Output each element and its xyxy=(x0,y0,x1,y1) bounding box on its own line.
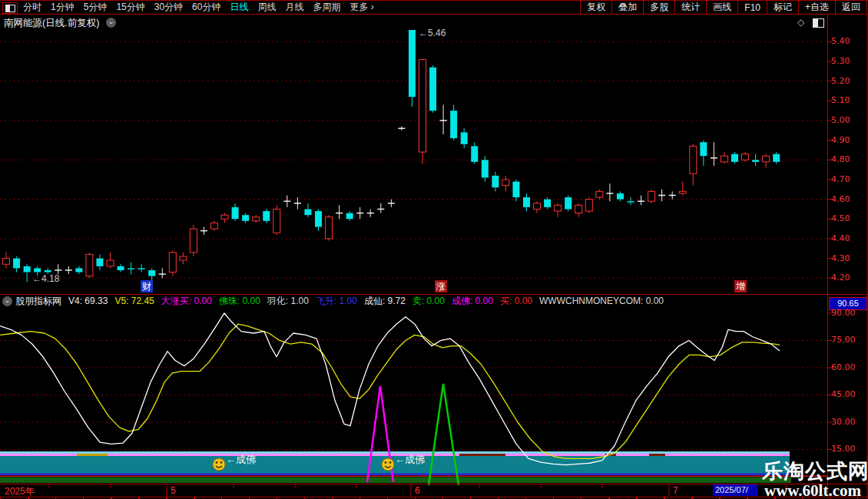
period-menu-item-5[interactable]: 60分钟 xyxy=(192,1,220,14)
candle-down-13 xyxy=(138,268,145,269)
candle-down-74 xyxy=(773,154,780,162)
layout-button[interactable] xyxy=(2,2,18,14)
period-menu-item-9[interactable]: 多周期 xyxy=(313,1,340,14)
candle-up-26 xyxy=(273,209,280,233)
candle-down-2 xyxy=(24,266,31,273)
buddha-smiley-icon xyxy=(382,458,394,471)
price-label-4.50: 4.50 xyxy=(831,213,863,223)
period-menu-item-6[interactable]: 日线 xyxy=(230,1,248,14)
candle-down-54 xyxy=(565,197,571,209)
indicator-value-1: V4: 69.33 xyxy=(68,296,108,306)
price-annotation-1: ←4.18 xyxy=(32,273,59,284)
indicator-value-5: 羽化: 1.00 xyxy=(267,295,309,307)
period-menu-item-8[interactable]: 月线 xyxy=(285,1,303,14)
stock-title[interactable]: 南网能源(日线.前复权) xyxy=(4,17,99,30)
price-label-5.20: 5.20 xyxy=(831,76,863,86)
diamond-icon[interactable]: ◇ xyxy=(797,17,804,28)
candle-down-43 xyxy=(450,111,457,138)
window-icon[interactable] xyxy=(813,18,824,28)
tool-menu-item-4[interactable]: 画线 xyxy=(706,1,737,14)
candle-down-44 xyxy=(461,132,468,144)
pink-line-segment-1 xyxy=(459,454,505,456)
period-menu-item-7[interactable]: 周线 xyxy=(257,1,276,14)
candle-up-48 xyxy=(502,180,509,186)
candle-up-40 xyxy=(419,59,426,152)
tool-menu-item-5[interactable]: F10 xyxy=(737,1,767,14)
period-menu-item-1[interactable]: 1分钟 xyxy=(51,1,75,14)
tool-menu: 复权叠加多股统计画线F10标记+自选返回 xyxy=(580,1,867,14)
tool-menu-item-2[interactable]: 多股 xyxy=(643,1,674,14)
indicator-label-30: 30.00 xyxy=(831,417,863,427)
chart-canvas[interactable] xyxy=(0,0,868,499)
date-box: 2025/07/ xyxy=(713,484,757,496)
indicator-value-11: WWWCHNMONEYCOM: 0.00 xyxy=(539,296,664,306)
price-label-5.30: 5.30 xyxy=(831,56,863,66)
tool-menu-item-8[interactable]: 返回 xyxy=(835,1,867,14)
candle-down-7 xyxy=(75,268,82,272)
price-annotation-0: ←5.46 xyxy=(419,28,446,38)
candle-down-30 xyxy=(315,211,322,227)
candle-down-23 xyxy=(242,215,249,221)
candle-down-67 xyxy=(700,142,707,156)
candle-down-59 xyxy=(617,193,624,200)
chevron-down-icon[interactable]: ⌄ xyxy=(106,18,116,28)
candle-down-60 xyxy=(628,201,634,203)
buddha-label-1: ←成佛 xyxy=(395,453,425,467)
candle-down-22 xyxy=(232,207,239,219)
candle-down-49 xyxy=(512,182,519,198)
period-menu-item-0[interactable]: 分时 xyxy=(23,1,41,14)
price-label-4.80: 4.80 xyxy=(831,154,863,164)
candle-down-39 xyxy=(409,30,416,97)
period-menu-item-4[interactable]: 30分钟 xyxy=(154,1,183,14)
indicator-value-0: 股朋指标网 xyxy=(15,295,61,307)
tool-menu-item-6[interactable]: 标记 xyxy=(767,1,798,14)
candle-up-31 xyxy=(326,217,333,239)
year-label: 2025年 xyxy=(5,485,35,498)
event-marker-2: 增 xyxy=(734,280,747,292)
watermark-url: www.60lt.com xyxy=(764,481,861,499)
price-label-4.60: 4.60 xyxy=(831,194,863,204)
period-menu-item-3[interactable]: 15分钟 xyxy=(116,1,144,14)
month-label-5: 5 xyxy=(171,485,176,496)
candle-up-10 xyxy=(107,260,114,266)
v4-line xyxy=(0,313,780,465)
pink-line-segment-3 xyxy=(649,454,665,456)
title-bar: 南网能源(日线.前复权) ⌄ xyxy=(0,15,827,29)
indicator-value-4: 佛珠: 0.00 xyxy=(219,295,260,307)
period-menu-item-2[interactable]: 5分钟 xyxy=(84,1,108,14)
tool-menu-item-3[interactable]: 统计 xyxy=(674,1,706,14)
candle-up-0 xyxy=(3,259,10,265)
tool-menu-item-7[interactable]: +自选 xyxy=(798,1,835,14)
candle-down-47 xyxy=(492,176,499,187)
tool-menu-item-0[interactable]: 复权 xyxy=(580,1,611,14)
period-menu-item-10[interactable]: 更多 › xyxy=(350,1,373,14)
smiley-eye xyxy=(385,461,387,464)
candle-down-50 xyxy=(523,197,530,207)
dark-green-band xyxy=(0,478,791,484)
price-label-4.30: 4.30 xyxy=(831,253,863,263)
tool-menu-item-1[interactable]: 叠加 xyxy=(611,1,643,14)
indicator-label-75: 75.00 xyxy=(831,335,863,345)
month-label-6: 6 xyxy=(415,485,420,496)
candle-down-41 xyxy=(429,68,436,111)
blue-line xyxy=(0,474,790,476)
month-label-7: 7 xyxy=(673,485,678,496)
smiley-eye xyxy=(220,461,223,464)
candle-up-73 xyxy=(763,156,770,162)
candle-down-70 xyxy=(731,154,738,162)
candle-up-51 xyxy=(534,203,541,210)
indicator-chevron-icon[interactable]: ⌄ xyxy=(2,296,12,306)
candle-down-1 xyxy=(13,259,20,269)
price-label-4.90: 4.90 xyxy=(831,135,863,145)
candle-down-29 xyxy=(304,209,311,215)
candle-up-20 xyxy=(211,223,218,229)
candle-down-46 xyxy=(482,160,489,177)
smiley-eye xyxy=(216,461,218,464)
candle-up-16 xyxy=(169,253,176,273)
candle-up-24 xyxy=(253,217,260,221)
indicator-value-6: 飞升: 1.00 xyxy=(316,295,357,307)
indicator-label-45: 45.00 xyxy=(831,389,863,399)
event-marker-1: 涨 xyxy=(435,280,447,292)
indicator-value-8: 卖: 0.00 xyxy=(412,295,445,307)
candle-up-18 xyxy=(190,229,197,253)
